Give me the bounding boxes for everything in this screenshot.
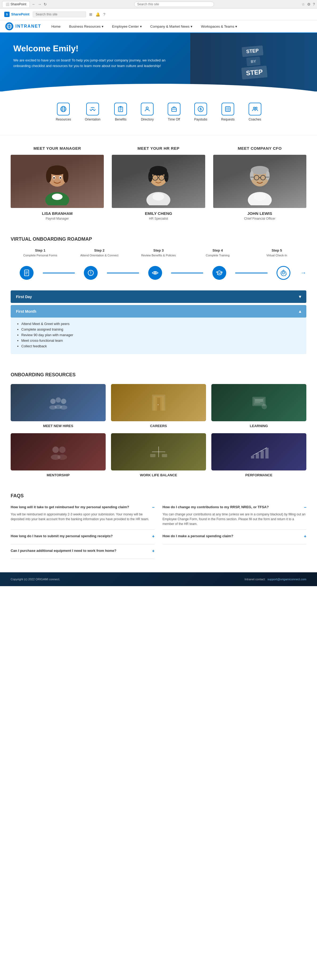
faq-item-1: How long will it take to get reimbursed … (11, 505, 155, 530)
meet-manager-role: Payroll Manager (11, 217, 104, 221)
step-3-label: Step 3 (129, 248, 188, 252)
svg-point-26 (255, 107, 257, 109)
hero-title: Welcome Emily! (13, 44, 177, 54)
meet-card-hr: MEET YOUR HR REP (112, 146, 205, 221)
quick-links-grid: Resources Orientation (11, 99, 306, 124)
meet-manager-title: MEET YOUR MANAGER (11, 146, 104, 151)
faq-question-1[interactable]: How long will it take to get reimbursed … (11, 505, 155, 510)
coaches-label: Coaches (249, 118, 261, 121)
directory-icon (141, 103, 154, 115)
hero-content: Welcome Emily! We are excited to have yo… (0, 33, 190, 91)
quick-link-resources[interactable]: Resources (51, 99, 75, 124)
quick-link-benefits[interactable]: Benefits (110, 99, 131, 124)
quick-link-time-off[interactable]: Time Off (163, 99, 185, 124)
dollar-icon: $ (198, 106, 204, 112)
accordion-header-first-month[interactable]: First Month ▴ (11, 305, 306, 318)
resource-label-learning: LEARNING (211, 424, 306, 428)
footer-contact-email[interactable]: support@origamiconnect.com (268, 578, 306, 581)
accordion-first-month: First Month ▴ Attend Meet & Greet with p… (11, 305, 306, 354)
accordion-header-first-day[interactable]: First Day ▾ (11, 290, 306, 303)
time-off-label: Time Off (168, 118, 180, 121)
svg-point-48 (161, 177, 162, 179)
resource-card-performance[interactable]: PERFORMANCE (211, 433, 306, 477)
meet-card-cfo: MEET COMPANY CFO JO (213, 146, 306, 221)
sp-icon-3[interactable]: ? (103, 12, 105, 16)
nav-item-business-resources[interactable]: Business Resources ▾ (65, 20, 108, 33)
onboarding-resources-title: ONBOARDING RESOURCES (11, 372, 306, 378)
browser-refresh[interactable]: ↻ (44, 2, 47, 6)
svg-rect-98 (251, 456, 254, 458)
accordion-section: First Day ▾ First Month ▴ Attend Meet & … (0, 288, 317, 364)
faq-item-5: Can I purchase additional equipment I ne… (11, 549, 155, 559)
resource-card-work-life-balance[interactable]: WORK LIFE BALANCE (111, 433, 206, 477)
resource-label-careers: CAREERS (111, 424, 206, 428)
paystubs-icon: $ (194, 103, 207, 115)
quick-link-paystubs[interactable]: $ Paystubs (190, 99, 212, 124)
quick-link-requests[interactable]: Requests (217, 99, 239, 124)
nav-item-workspaces[interactable]: Workspaces & Teams ▾ (197, 20, 241, 33)
svg-point-89 (262, 404, 267, 409)
browser-search-input[interactable] (134, 2, 214, 7)
time-off-icon (168, 103, 180, 115)
footer-contact-label: Intranet contact: (245, 578, 266, 581)
sp-logo: S SharePoint (4, 12, 30, 17)
faq-question-3[interactable]: How long do I have to submit my personal… (11, 534, 155, 539)
sp-icon-2[interactable]: 🔔 (96, 12, 100, 16)
resource-card-careers[interactable]: CAREERS (111, 384, 206, 428)
chevron-first-day: ▾ (299, 294, 301, 299)
faq-question-2[interactable]: How do I change my contributions to my R… (162, 505, 307, 510)
resource-img-work-life-balance (111, 433, 206, 471)
sp-search-input[interactable] (33, 11, 86, 17)
browser-back[interactable]: ← (32, 2, 36, 6)
step-1-label: Step 1 (11, 248, 70, 252)
roadmap-title: VIRTUAL ONBOARDING ROADMAP (11, 236, 306, 242)
accordion-first-day: First Day ▾ (11, 290, 306, 303)
quick-link-coaches[interactable]: Coaches (244, 99, 266, 124)
sp-icon-1[interactable]: ⊞ (89, 12, 92, 16)
nav-item-home[interactable]: Home (48, 20, 64, 33)
onboarding-resources-section: ONBOARDING RESOURCES MEET NEW HIRES (0, 364, 317, 485)
group-icon (252, 106, 258, 112)
resource-card-meet-new-hires[interactable]: MEET NEW HIRES (11, 384, 106, 428)
footer-copyright: Copyright (c) 2022 ORIGAMI connect. (11, 578, 60, 581)
nav-item-company-news[interactable]: Company & Market News ▾ (147, 20, 196, 33)
roadmap-icon-1 (20, 266, 33, 280)
quick-link-orientation[interactable]: Orientation (81, 99, 105, 124)
svg-point-35 (60, 177, 61, 179)
faq-toggle-4: + (304, 534, 306, 539)
meet-cfo-role: Chief Financial Officer (213, 217, 306, 221)
resource-card-learning[interactable]: LEARNING (211, 384, 306, 428)
first-month-list: Attend Meet & Greet with peers Complete … (16, 322, 301, 348)
browser-tab[interactable]: ⬜ SharePoint (2, 1, 30, 7)
globe-icon (60, 106, 67, 112)
bookmark-icon[interactable]: ☆ (301, 2, 305, 6)
help-icon[interactable]: ? (313, 2, 315, 6)
sharepoint-topbar: S SharePoint ⊞ 🔔 ? (0, 8, 317, 20)
meet-cfo-photo (213, 155, 306, 208)
quick-link-directory[interactable]: Directory (137, 99, 158, 124)
roadmap-step-4: Step 4 Complete Training (188, 248, 247, 261)
svg-point-31 (63, 169, 68, 183)
browser-forward[interactable]: → (38, 2, 41, 6)
svg-marker-67 (90, 273, 91, 275)
careers-illustration (148, 392, 169, 413)
resource-img-careers (111, 384, 206, 421)
sp-logo-icon: S (4, 12, 10, 17)
svg-point-15 (146, 107, 148, 109)
faq-question-4[interactable]: How do I make a personal spending claim?… (162, 534, 307, 539)
roadmap-icon-wrap-1 (11, 266, 43, 280)
benefits-label: Benefits (115, 118, 126, 121)
roadmap-icon-2 (84, 266, 98, 280)
quick-links-section: Resources Orientation (0, 91, 317, 132)
meet-hr-role: HR Specialist (112, 217, 205, 221)
resource-label-work-life-balance: WORK LIFE BALANCE (111, 473, 206, 477)
list-item: Collect feedback (21, 344, 301, 348)
settings-icon[interactable]: ⚙ (307, 2, 311, 6)
svg-point-54 (266, 171, 270, 180)
globe-brand-icon (6, 24, 12, 29)
step-block-3: STEP (241, 65, 268, 79)
nav-item-employee-center[interactable]: Employee Center ▾ (108, 20, 145, 33)
svg-text:$: $ (200, 107, 202, 111)
resource-card-mentorship[interactable]: MENTORSHIP (11, 433, 106, 477)
faq-question-5[interactable]: Can I purchase additional equipment I ne… (11, 549, 155, 554)
